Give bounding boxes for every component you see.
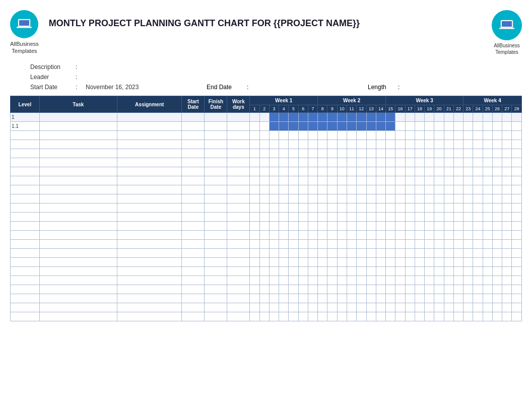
- cell-r9-c1: [39, 194, 117, 203]
- day-cell-r8-d11: [347, 185, 356, 194]
- day-cell-r18-d6: [298, 276, 308, 285]
- cell-r3-c3: [182, 140, 205, 149]
- day-cell-r18-d17: [405, 276, 415, 285]
- day-cell-r14-d10: [337, 240, 347, 249]
- day-cell-r19-d28: [512, 285, 522, 294]
- day-cell-r4-d14: [376, 149, 385, 158]
- day-cell-r22-d14: [376, 312, 385, 321]
- day-cell-r22-d28: [512, 312, 522, 321]
- cell-r14-c1: [39, 240, 117, 249]
- day-cell-r20-d25: [483, 294, 492, 303]
- day-25: 25: [483, 105, 492, 113]
- day-cell-r17-d6: [298, 267, 308, 276]
- cell-r16-c4: [205, 258, 227, 267]
- day-cell-r22-d15: [386, 312, 395, 321]
- day-cell-r9-d5: [289, 194, 298, 203]
- day-cell-r18-d28: [512, 276, 522, 285]
- day-cell-r22-d22: [453, 312, 463, 321]
- day-cell-r4-d5: [289, 149, 298, 158]
- day-cell-r9-d16: [395, 194, 405, 203]
- date-row: Start Date : November 16, 2023 End Date …: [30, 84, 522, 91]
- day-cell-r6-d3: [269, 167, 279, 176]
- day-cell-r16-d8: [318, 258, 327, 267]
- cell-r8-c5: [227, 185, 250, 194]
- day-cell-r19-d25: [483, 285, 492, 294]
- cell-r5-c4: [205, 158, 227, 167]
- day-cell-r14-d3: [269, 240, 279, 249]
- day-cell-r8-d23: [463, 185, 473, 194]
- length-colon: :: [398, 84, 408, 91]
- day-cell-r15-d27: [502, 249, 512, 258]
- day-cell-r12-d7: [308, 222, 317, 231]
- day-cell-r2-d27: [502, 131, 512, 140]
- day-cell-r11-d24: [473, 213, 483, 222]
- day-cell-r16-d13: [366, 258, 376, 267]
- day-cell-r13-d10: [337, 231, 347, 240]
- day-cell-r4-d21: [444, 149, 453, 158]
- day-cell-r2-d8: [318, 131, 327, 140]
- day-cell-r9-d2: [259, 194, 269, 203]
- day-cell-r7-d17: [405, 176, 415, 185]
- cell-r22-c4: [205, 312, 227, 321]
- day-cell-r7-d21: [444, 176, 453, 185]
- cell-r10-c0: [11, 203, 40, 213]
- table-row: [11, 267, 522, 276]
- leader-label: Leader: [30, 74, 76, 81]
- length-label: Length: [368, 84, 398, 91]
- day-cell-r2-d14: [376, 131, 385, 140]
- day-cell-r0-d2: [259, 113, 269, 122]
- day-cell-r10-d7: [308, 203, 317, 213]
- gantt-table: Level Task Assignment StartDate FinishDa…: [10, 96, 522, 321]
- day-cell-r14-d22: [453, 240, 463, 249]
- day-cell-r12-d20: [434, 222, 444, 231]
- day-cell-r19-d21: [444, 285, 453, 294]
- day-cell-r13-d18: [415, 231, 424, 240]
- day-cell-r10-d1: [250, 203, 259, 213]
- day-cell-r11-d22: [453, 213, 463, 222]
- day-cell-r7-d16: [395, 176, 405, 185]
- day-cell-r5-d9: [327, 158, 337, 167]
- day-cell-r9-d6: [298, 194, 308, 203]
- day-cell-r14-d8: [318, 240, 327, 249]
- day-cell-r21-d19: [425, 303, 434, 312]
- day-26: 26: [492, 105, 502, 113]
- day-cell-r16-d14: [376, 258, 385, 267]
- day-cell-r16-d27: [502, 258, 512, 267]
- day-cell-r14-d20: [434, 240, 444, 249]
- table-row: [11, 276, 522, 285]
- day-cell-r14-d24: [473, 240, 483, 249]
- day-cell-r3-d10: [337, 140, 347, 149]
- day-cell-r2-d18: [415, 131, 424, 140]
- day-cell-r12-d13: [366, 222, 376, 231]
- day-cell-r15-d10: [337, 249, 347, 258]
- day-cell-r0-d3: [269, 113, 279, 122]
- day-cell-r5-d12: [357, 158, 366, 167]
- day-cell-r18-d10: [337, 276, 347, 285]
- day-cell-r22-d26: [492, 312, 502, 321]
- svg-rect-1: [19, 20, 29, 26]
- day-27: 27: [502, 105, 512, 113]
- day-cell-r21-d4: [279, 303, 289, 312]
- day-cell-r13-d5: [289, 231, 298, 240]
- day-cell-r20-d5: [289, 294, 298, 303]
- cell-r8-c3: [182, 185, 205, 194]
- day-cell-r14-d13: [366, 240, 376, 249]
- day-cell-r17-d7: [308, 267, 317, 276]
- day-cell-r17-d12: [357, 267, 366, 276]
- day-cell-r14-d19: [425, 240, 434, 249]
- day-cell-r0-d10: [337, 113, 347, 122]
- day-cell-r4-d17: [405, 149, 415, 158]
- day-cell-r2-d10: [337, 131, 347, 140]
- day-cell-r3-d5: [289, 140, 298, 149]
- day-cell-r14-d15: [386, 240, 395, 249]
- day-cell-r12-d6: [298, 222, 308, 231]
- day-cell-r16-d21: [444, 258, 453, 267]
- cell-r19-c1: [39, 285, 117, 294]
- day-cell-r15-d6: [298, 249, 308, 258]
- day-8: 8: [318, 105, 327, 113]
- day-cell-r20-d8: [318, 294, 327, 303]
- day-cell-r20-d17: [405, 294, 415, 303]
- cell-r4-c0: [11, 149, 40, 158]
- cell-r8-c2: [117, 185, 181, 194]
- day-cell-r18-d13: [366, 276, 376, 285]
